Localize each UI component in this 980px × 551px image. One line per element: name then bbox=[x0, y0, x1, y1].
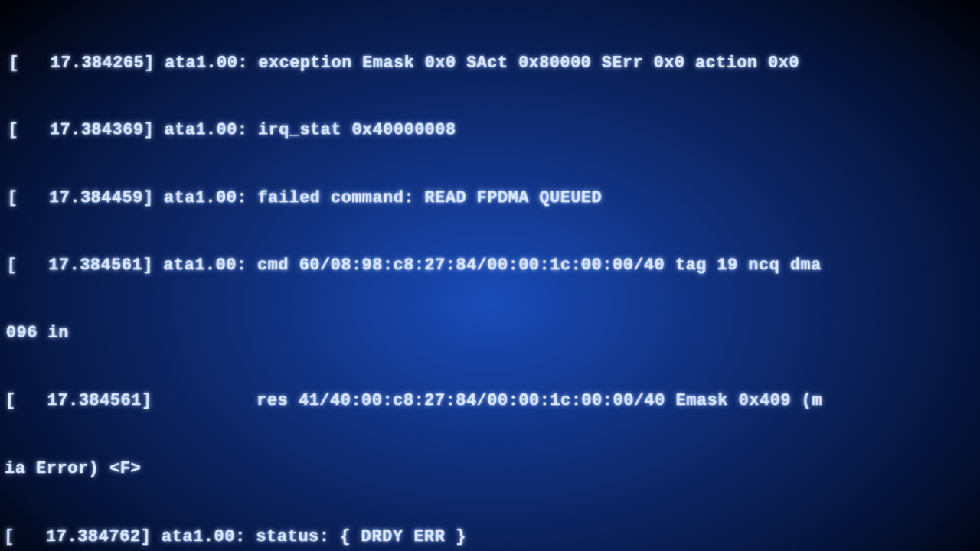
kernel-log-line: [ 17.384265] ata1.00: exception Emask 0x… bbox=[8, 53, 975, 75]
kernel-log-line: [ 17.384762] ata1.00: status: { DRDY ERR… bbox=[4, 526, 980, 549]
kernel-log-line: [ 17.384459] ata1.00: failed command: RE… bbox=[7, 187, 977, 209]
kernel-log-line: ia Error) <F> bbox=[5, 458, 980, 481]
boot-terminal[interactable]: [ 17.384265] ata1.00: exception Emask 0x… bbox=[0, 8, 980, 551]
kernel-log-line: [ 17.384369] ata1.00: irq_stat 0x4000000… bbox=[8, 119, 976, 142]
kernel-log-line: 096 in bbox=[6, 321, 979, 344]
kernel-log-line: [ 17.384561] res 41/40:00:c8:27:84/00:00… bbox=[5, 390, 979, 412]
kernel-log-line: [ 17.384561] ata1.00: cmd 60/08:98:c8:27… bbox=[7, 254, 978, 276]
